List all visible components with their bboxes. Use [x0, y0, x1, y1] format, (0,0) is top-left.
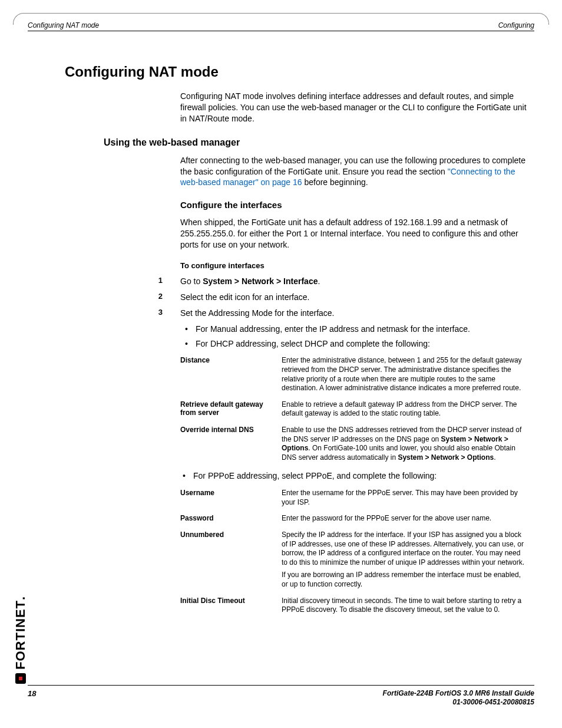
header-underline — [28, 31, 534, 31]
footer-line — [28, 685, 534, 686]
table-row: Retrieve default gateway from server Ena… — [180, 400, 527, 419]
bullet-text: For PPPoE addressing, select PPPoE, and … — [193, 470, 527, 482]
table-row: Password Enter the password for the PPPo… — [180, 514, 527, 523]
bullet-item: • For PPPoE addressing, select PPPoE, an… — [180, 470, 527, 482]
def-term-override-dns: Override internal DNS — [180, 426, 282, 462]
header-section-left: Configuring NAT mode — [28, 21, 99, 29]
def-desc: Initial discovery timeout in seconds. Th… — [282, 597, 527, 615]
fortinet-logo-mark-icon — [15, 673, 26, 684]
bullet-item: • For Manual addressing, enter the IP ad… — [183, 324, 527, 335]
corner-decoration-tr — [537, 13, 549, 25]
bullet-item: • For DHCP addressing, select DHCP and c… — [183, 338, 527, 350]
page-number: 18 — [28, 689, 36, 698]
bullet-list-top: • For Manual addressing, enter the IP ad… — [183, 324, 527, 350]
def-desc: Enable to retrieve a default gateway IP … — [282, 400, 527, 419]
heading-configure-interfaces: Configure the interfaces — [180, 200, 527, 210]
def-term-initial-disc: Initial Disc Timeout — [180, 597, 282, 615]
subheading-to-configure: To configure interfaces — [180, 261, 527, 270]
footer-line1: FortiGate-224B FortiOS 3.0 MR6 Install G… — [28, 689, 534, 699]
bullet-text: For DHCP addressing, select DHCP and com… — [196, 338, 527, 350]
page-title: Configuring NAT mode — [65, 64, 527, 80]
bullet-text: For Manual addressing, enter the IP addr… — [196, 324, 527, 335]
top-border-line — [25, 13, 537, 14]
para-suffix: before beginning. — [302, 177, 368, 187]
step-2: 2 Select the edit icon for an interface. — [65, 292, 527, 303]
fortinet-logo: FORTINET. — [13, 596, 28, 684]
step-text: Go to System > Network > Interface. — [180, 276, 527, 287]
step-text: Set the Addressing Mode for the interfac… — [180, 308, 527, 319]
corner-decoration-tl — [13, 13, 25, 25]
def-desc: Enter the username for the PPPoE server.… — [282, 489, 527, 507]
def-desc: Enter the password for the PPPoE server … — [282, 514, 527, 523]
step-number: 2 — [65, 292, 180, 303]
desc-extra: If you are borrowing an IP address remem… — [282, 571, 527, 589]
step-number: 1 — [65, 276, 180, 287]
header-section-right: Configuring — [498, 21, 534, 29]
table-row: Distance Enter the administrative distan… — [180, 356, 527, 393]
bullet-dot-icon: • — [180, 470, 193, 482]
step-suffix: . — [318, 276, 320, 286]
interfaces-para: When shipped, the FortiGate unit has a d… — [180, 217, 527, 251]
web-manager-para: After connecting to the web-based manage… — [180, 155, 527, 189]
def-desc: Enable to use the DNS addresses retrieve… — [282, 426, 527, 462]
table-row: Username Enter the username for the PPPo… — [180, 489, 527, 507]
def-term-retrieve-gateway: Retrieve default gateway from server — [180, 400, 282, 419]
dhcp-definition-table: Distance Enter the administrative distan… — [180, 356, 527, 462]
page-footer: 18 FortiGate-224B FortiOS 3.0 MR6 Instal… — [28, 685, 534, 707]
def-desc: Specify the IP address for the interface… — [282, 531, 527, 589]
step-bold-path: System > Network > Interface — [203, 276, 318, 286]
def-desc: Enter the administrative distance, betwe… — [282, 356, 527, 393]
def-term-username: Username — [180, 489, 282, 507]
def-term-distance: Distance — [180, 356, 282, 393]
bullet-list-pppoe: • For PPPoE addressing, select PPPoE, an… — [180, 470, 527, 482]
table-row: Override internal DNS Enable to use the … — [180, 426, 527, 462]
main-content: Configuring NAT mode Configuring NAT mod… — [65, 64, 527, 623]
footer-line2: 01-30006-0451-20080815 — [28, 698, 534, 707]
intro-paragraph: Configuring NAT mode involves defining i… — [180, 91, 527, 124]
step-1: 1 Go to System > Network > Interface. — [65, 276, 527, 287]
desc-bold-path: System > Network > Options — [398, 453, 494, 462]
step-number: 3 — [65, 308, 180, 319]
heading-web-manager: Using the web-based manager — [104, 137, 527, 148]
def-term-unnumbered: Unnumbered — [180, 531, 282, 589]
logo-text: FORTINET — [13, 600, 28, 670]
desc-main: Specify the IP address for the interface… — [282, 531, 527, 567]
step-text: Select the edit icon for an interface. — [180, 292, 527, 303]
step-3: 3 Set the Addressing Mode for the interf… — [65, 308, 527, 319]
table-row: Initial Disc Timeout Initial discovery t… — [180, 597, 527, 615]
footer-document-info: FortiGate-224B FortiOS 3.0 MR6 Install G… — [28, 689, 534, 707]
pppoe-definition-table: Username Enter the username for the PPPo… — [180, 489, 527, 615]
bullet-dot-icon: • — [183, 338, 196, 350]
step-prefix: Go to — [180, 276, 203, 286]
desc-p3: . — [494, 453, 495, 462]
bullet-dot-icon: • — [183, 324, 196, 335]
logo-period: . — [13, 596, 28, 600]
def-term-password: Password — [180, 514, 282, 523]
table-row: Unnumbered Specify the IP address for th… — [180, 531, 527, 589]
